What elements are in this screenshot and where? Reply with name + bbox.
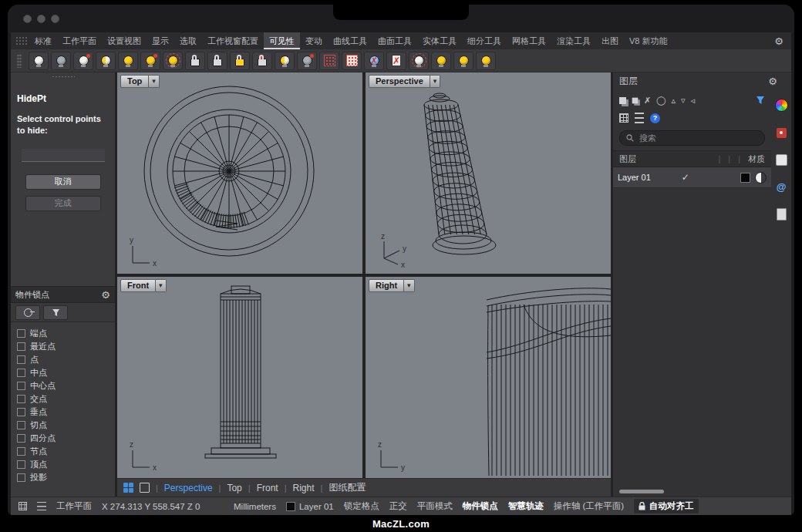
show-in-detail-icon[interactable]	[409, 52, 429, 70]
osnap-point[interactable]: 点	[17, 353, 115, 365]
osnap-tangent[interactable]: 切点	[17, 419, 115, 431]
checkbox[interactable]	[17, 408, 25, 416]
menu-tab-surface-tools[interactable]: 曲面工具	[372, 32, 417, 49]
layer-material-icon[interactable]	[755, 172, 767, 184]
properties-panel-icon[interactable]	[776, 154, 787, 166]
checkbox[interactable]	[17, 355, 25, 364]
viewport-menu-arrow-icon[interactable]: ▾	[156, 279, 167, 292]
lock-swap-icon[interactable]	[252, 52, 272, 70]
layer-filter-icon[interactable]	[756, 96, 765, 105]
unlock-objects-icon[interactable]	[207, 52, 227, 70]
unisolate-objects-icon[interactable]	[140, 52, 160, 70]
osnap-intersection[interactable]: 交点	[17, 392, 115, 405]
planar-toggle[interactable]: 平面模式	[417, 500, 453, 512]
osnap-near[interactable]: 最近点	[17, 340, 115, 352]
menu-tab-select[interactable]: 选取	[174, 32, 202, 49]
menu-tab-display[interactable]: 显示	[147, 32, 174, 49]
layer-row[interactable]: Layer 01 ✓	[613, 167, 771, 188]
active-layer-chip[interactable]: Layer 01	[286, 502, 334, 511]
layer-visible-check-icon[interactable]: ✓	[682, 172, 689, 183]
help-icon[interactable]: ?	[650, 113, 660, 123]
unlock-selected-icon[interactable]	[297, 52, 317, 70]
hide-in-detail-icon[interactable]	[364, 52, 384, 70]
viewport-tab-front[interactable]: | Front	[248, 483, 278, 493]
tabbar-drag-handle[interactable]	[15, 36, 28, 45]
match-layer-icon[interactable]: ◯	[656, 96, 666, 105]
osnap-quadrant[interactable]: 四分点	[17, 432, 115, 444]
four-viewports-icon[interactable]	[123, 483, 133, 493]
hide-unselected-icon[interactable]	[163, 52, 183, 70]
viewport-perspective[interactable]: Perspective▾ zyx	[366, 72, 611, 274]
smarttrack-toggle[interactable]: 智慧轨迹	[508, 500, 544, 512]
material-panel-icon[interactable]	[777, 128, 787, 138]
menu-tab-subd-tools[interactable]: 细分工具	[462, 32, 507, 49]
delete-layer-icon[interactable]: ✗	[644, 96, 651, 105]
viewport-tab-layout[interactable]: | 图纸配置	[321, 481, 366, 494]
collapse-layer-icon[interactable]: ◃	[691, 96, 696, 105]
viewport-front[interactable]: Front▾ zx	[117, 277, 362, 478]
move-layer-up-icon[interactable]: ▵	[672, 96, 676, 105]
layer-light-off-icon[interactable]	[453, 52, 473, 70]
layer-menu-icon[interactable]	[635, 113, 644, 123]
viewport-right-title[interactable]: Right▾	[369, 279, 415, 292]
menu-tab-cplane[interactable]: 工作平面	[57, 32, 102, 49]
layer-search[interactable]	[619, 130, 765, 146]
new-layer-icon[interactable]	[619, 97, 626, 104]
grid-icon[interactable]	[19, 502, 27, 510]
lock-selected-icon[interactable]	[230, 52, 250, 70]
hide-objects-icon[interactable]	[51, 52, 71, 70]
swap-hidden-icon[interactable]	[96, 52, 116, 70]
checkbox[interactable]	[17, 329, 25, 338]
display-panel-icon[interactable]	[775, 99, 788, 112]
show-selected-icon[interactable]	[73, 52, 93, 70]
new-sublayer-icon[interactable]	[632, 97, 639, 103]
checkbox[interactable]	[17, 447, 25, 456]
ortho-toggle[interactable]: 正交	[389, 500, 407, 512]
checkbox[interactable]	[17, 369, 25, 377]
auto-align-chip[interactable]: 自动对齐工	[634, 499, 699, 513]
viewport-tab-right[interactable]: | Right	[285, 483, 315, 493]
checkbox[interactable]	[17, 434, 25, 443]
menu-tab-drafting[interactable]: 出图	[596, 32, 624, 49]
viewport-front-title[interactable]: Front▾	[120, 279, 167, 292]
viewport-top[interactable]: Top▾ yx	[117, 72, 362, 274]
menu-tab-visibility[interactable]: 可见性	[264, 32, 300, 49]
viewport-perspective-title[interactable]: Perspective▾	[369, 75, 440, 88]
menu-tab-v8-new[interactable]: V8 新功能	[624, 32, 673, 49]
close-button[interactable]	[23, 15, 32, 23]
viewport-tab-top[interactable]: | Top	[219, 483, 242, 493]
cancel-button[interactable]: 取消	[25, 174, 101, 190]
osnap-filter-button[interactable]	[43, 305, 68, 320]
purge-hidden-icon[interactable]	[386, 52, 406, 70]
single-viewport-icon[interactable]	[140, 483, 150, 493]
osnap-mode-button[interactable]	[15, 305, 40, 320]
checkbox[interactable]	[17, 421, 25, 429]
osnap-gear-icon[interactable]: ⚙	[101, 289, 110, 301]
menu-tab-set-view[interactable]: 设置视图	[102, 32, 147, 49]
layers-gear-icon[interactable]: ⚙	[768, 76, 777, 87]
osnap-perpendicular[interactable]: 垂点	[17, 406, 115, 418]
list-icon[interactable]	[37, 502, 46, 510]
panel-resize-handle[interactable]	[52, 76, 75, 78]
done-button[interactable]: 完成	[25, 196, 101, 211]
osnap-mid[interactable]: 中点	[17, 366, 115, 379]
checkbox[interactable]	[17, 473, 25, 482]
checkbox[interactable]	[17, 395, 25, 403]
menu-tab-mesh-tools[interactable]: 网格工具	[507, 32, 551, 49]
gumball-toggle[interactable]: 操作轴 (工作平面)	[554, 500, 624, 512]
zoom-button[interactable]	[51, 15, 59, 23]
hide-points-icon[interactable]	[342, 52, 362, 70]
move-layer-down-icon[interactable]: ▿	[681, 96, 686, 105]
layer-color-swatch[interactable]	[740, 173, 750, 183]
cplane-label[interactable]: 工作平面	[56, 500, 92, 512]
layer-isolate-icon[interactable]	[476, 52, 496, 70]
checkbox[interactable]	[17, 460, 25, 469]
layer-columns-icon[interactable]	[619, 113, 628, 123]
layer-light-on-icon[interactable]	[431, 52, 451, 70]
checkbox[interactable]	[17, 342, 25, 351]
notes-panel-icon[interactable]	[777, 208, 787, 221]
grid-snap-toggle[interactable]: 锁定格点	[344, 500, 379, 512]
viewport-menu-arrow-icon[interactable]: ▾	[430, 75, 441, 88]
horizontal-scrollbar[interactable]	[619, 490, 664, 493]
lock-objects-icon[interactable]	[185, 52, 205, 70]
